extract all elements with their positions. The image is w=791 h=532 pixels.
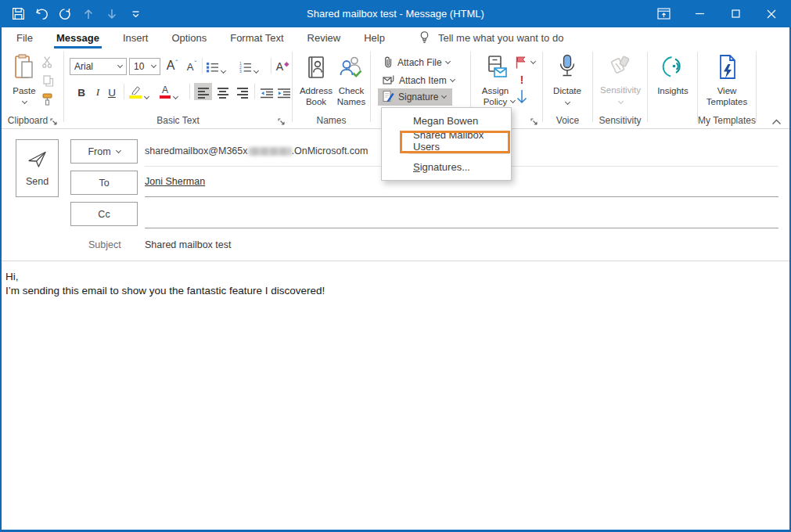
- message-body[interactable]: Hi, I’m sending this email to show you t…: [5, 270, 325, 298]
- signature-menu-item-shared-mailbox-users[interactable]: Shared Mailbox Users: [382, 131, 511, 151]
- signature-menu-item-megan-bowen[interactable]: Megan Bowen: [382, 110, 511, 131]
- decrease-indent-icon: [261, 88, 273, 99]
- cc-button[interactable]: Cc: [70, 202, 138, 226]
- bullets-button[interactable]: [207, 57, 225, 74]
- ribbon-display-options-icon[interactable]: [645, 0, 681, 27]
- grow-font-button[interactable]: Aˆ: [164, 57, 180, 74]
- increase-indent-icon: [278, 88, 290, 99]
- format-painter-icon[interactable]: [41, 92, 55, 110]
- align-left-icon: [198, 88, 209, 99]
- basic-text-group-label: Basic Text: [64, 115, 292, 126]
- tab-help[interactable]: Help: [352, 27, 397, 49]
- from-value-suffix: .OnMicrosoft.com: [292, 146, 369, 156]
- basic-text-dialog-launcher[interactable]: [277, 115, 287, 125]
- align-right-button[interactable]: [233, 83, 251, 100]
- insights-button[interactable]: Insights: [652, 54, 694, 96]
- cut-icon: [41, 56, 55, 72]
- names-group: Address Book Check Names Names: [293, 49, 370, 128]
- clear-formatting-eraser-icon: [284, 62, 290, 69]
- ribbon-tab-row: File Message Insert Options Format Text …: [0, 27, 791, 49]
- view-templates-label: View Templates: [703, 85, 750, 107]
- bold-button[interactable]: B: [74, 83, 89, 100]
- maximize-button[interactable]: [717, 0, 753, 27]
- attach-file-button[interactable]: Attach File: [378, 54, 455, 71]
- font-color-icon: A: [160, 86, 171, 99]
- tell-me-label: Tell me what you want to do: [438, 32, 563, 44]
- view-templates-icon: [715, 54, 739, 83]
- numbering-button[interactable]: 123: [239, 57, 258, 74]
- high-importance-icon[interactable]: !: [516, 73, 527, 86]
- tab-insert[interactable]: Insert: [111, 27, 160, 49]
- title-bar: Shared mailbox test - Message (HTML): [0, 0, 791, 27]
- tell-me-search[interactable]: Tell me what you want to do: [419, 27, 563, 49]
- from-value-prefix: sharedmailbox@M365x: [145, 146, 248, 156]
- my-templates-group: View Templates My Templates: [698, 49, 756, 128]
- clipboard-group: Paste Clipboard: [0, 49, 63, 128]
- align-left-button[interactable]: [194, 83, 212, 100]
- follow-up-flag-button[interactable]: [515, 56, 535, 69]
- tags-dialog-launcher[interactable]: [530, 115, 540, 125]
- tab-file[interactable]: File: [5, 27, 45, 49]
- cc-field-underline: [145, 228, 778, 228]
- increase-indent-button[interactable]: [276, 83, 292, 100]
- tab-options[interactable]: Options: [160, 27, 218, 49]
- clear-formatting-button[interactable]: A: [275, 57, 291, 74]
- svg-text:3: 3: [239, 69, 242, 73]
- window-border-left: [0, 27, 2, 532]
- body-line-1: Hi,: [5, 270, 325, 284]
- font-color-button[interactable]: A: [160, 83, 178, 100]
- paste-button[interactable]: Paste: [8, 53, 41, 103]
- dictate-label: Dictate: [553, 85, 581, 96]
- assign-policy-icon: [483, 55, 508, 83]
- insights-group: Insights: [648, 49, 697, 128]
- tab-format-text[interactable]: Format Text: [218, 27, 295, 49]
- bullets-icon: [207, 62, 218, 73]
- subject-value[interactable]: Shared mailbox test: [145, 239, 231, 250]
- attach-item-button[interactable]: Attach Item: [378, 72, 459, 89]
- shrink-font-button[interactable]: Aˇ: [184, 57, 200, 74]
- signature-icon: [383, 90, 394, 105]
- check-names-label: Check Names: [334, 85, 369, 107]
- to-button[interactable]: To: [70, 171, 138, 195]
- italic-button[interactable]: I: [90, 83, 106, 100]
- signature-label: Signature: [398, 92, 438, 102]
- font-name-select[interactable]: Arial: [70, 58, 127, 75]
- check-names-button[interactable]: Check Names: [334, 55, 369, 107]
- menu-separator: [408, 153, 509, 154]
- signature-button[interactable]: Signature: [378, 88, 452, 106]
- low-importance-icon[interactable]: [516, 89, 528, 108]
- numbering-icon: 123: [239, 62, 251, 73]
- signature-menu-item-signatures[interactable]: Signatures...: [382, 156, 511, 177]
- decrease-indent-button[interactable]: [259, 83, 275, 100]
- clipboard-dialog-launcher[interactable]: [49, 115, 59, 125]
- send-button[interactable]: Send: [16, 139, 59, 197]
- attach-file-icon: [383, 56, 394, 70]
- from-value: sharedmailbox@M365x.OnMicrosoft.com: [145, 146, 368, 156]
- tab-message[interactable]: Message: [45, 27, 111, 49]
- paste-icon: [12, 53, 37, 83]
- text-highlight-button[interactable]: [129, 83, 149, 100]
- attach-item-label: Attach Item: [399, 75, 447, 86]
- paste-label: Paste: [13, 85, 35, 96]
- minimize-button[interactable]: [681, 0, 717, 27]
- cc-label: Cc: [98, 209, 110, 220]
- tab-review[interactable]: Review: [296, 27, 353, 49]
- close-button[interactable]: [753, 0, 789, 27]
- dictate-button[interactable]: Dictate: [547, 54, 588, 104]
- compose-area: Send From sharedmailbox@M365x.OnMicrosof…: [0, 129, 791, 532]
- insights-icon: [660, 54, 686, 83]
- address-book-button[interactable]: Address Book: [300, 55, 333, 107]
- sensitivity-button: Sensitivity: [598, 54, 643, 103]
- assign-policy-button[interactable]: Assign Policy: [475, 55, 516, 102]
- window-controls: [645, 0, 789, 27]
- view-templates-button[interactable]: View Templates: [703, 54, 750, 107]
- underline-button[interactable]: U: [104, 83, 120, 100]
- address-book-icon: [304, 55, 329, 83]
- to-value[interactable]: Joni Sherman: [145, 176, 205, 187]
- collapse-ribbon-icon[interactable]: [771, 114, 782, 128]
- font-size-select[interactable]: 10: [129, 58, 160, 75]
- from-button[interactable]: From: [70, 139, 138, 164]
- check-names-icon: [339, 55, 364, 83]
- body-line-2: I’m sending this email to show you the f…: [5, 284, 325, 298]
- align-center-button[interactable]: [214, 83, 232, 100]
